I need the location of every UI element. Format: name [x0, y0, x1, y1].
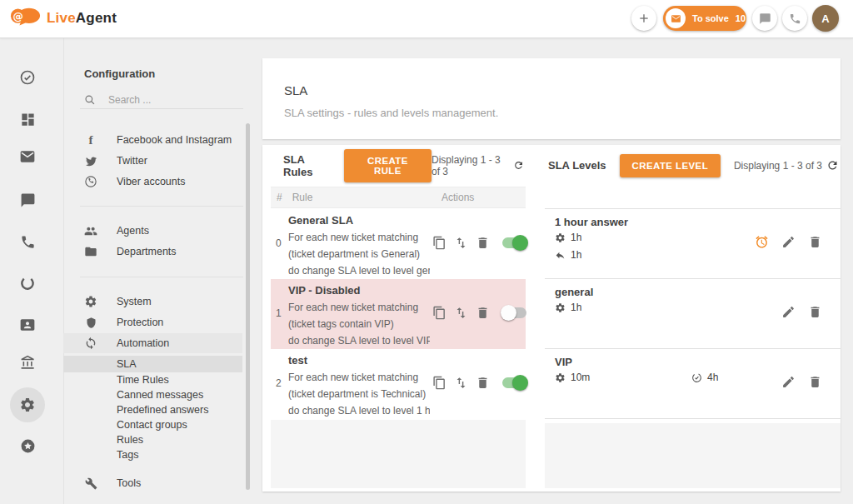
avatar[interactable]: A	[812, 5, 839, 32]
to-solve-button[interactable]: To solve 10	[663, 6, 746, 31]
rail-upgrade[interactable]	[19, 437, 36, 454]
rule-enabled-toggle[interactable]	[502, 377, 526, 388]
bank-icon	[20, 355, 36, 371]
pencil-icon[interactable]	[781, 375, 796, 389]
chat-bubble-icon	[759, 12, 771, 25]
sidebar-item-label: Departments	[117, 246, 177, 257]
rail-reports[interactable]	[19, 275, 36, 292]
viber-icon	[84, 175, 97, 188]
rail-chats[interactable]	[19, 192, 36, 208]
sidebar-subitem-predefined-answers[interactable]: Predefined answers	[63, 402, 242, 417]
sidebar-item-system[interactable]: System	[63, 292, 242, 312]
col-rule: Rule	[292, 192, 313, 203]
gear-icon	[555, 372, 566, 383]
levels-displaying: Displaying 1 - 3 of 3	[734, 159, 839, 172]
rules-table-footer	[271, 420, 526, 488]
copy-icon[interactable]	[432, 376, 446, 390]
sidebar-item-label: Protection	[117, 317, 163, 328]
rail-to-solve[interactable]	[19, 69, 36, 86]
to-solve-label: To solve	[692, 13, 729, 23]
copy-icon[interactable]	[432, 236, 446, 250]
rule-desc-line: For each new ticket matching	[288, 372, 418, 383]
refresh-icon[interactable]	[826, 159, 839, 172]
add-button[interactable]	[631, 6, 656, 31]
liveagent-logo[interactable]: @ LiveAgent	[10, 6, 117, 31]
sidebar-item-protection[interactable]: Protection	[63, 312, 242, 332]
rail-settings[interactable]	[19, 397, 36, 413]
sidebar-item-agents[interactable]: Agents	[63, 221, 242, 241]
divider	[80, 277, 243, 277]
clipped-list-item[interactable]: ..	[87, 112, 95, 121]
sidebar-item-facebook[interactable]: f Facebook and Instagram	[63, 130, 242, 150]
brand-agent: Agent	[76, 10, 117, 26]
rail-dashboard[interactable]	[19, 111, 36, 127]
create-rule-button[interactable]: CREATE RULE	[344, 149, 431, 182]
rail-billing[interactable]	[19, 354, 36, 371]
trash-icon[interactable]	[808, 305, 822, 319]
sidebar-subitem-label: SLA	[117, 358, 137, 370]
pencil-icon[interactable]	[781, 305, 796, 319]
rule-desc-line: For each new ticket matching	[288, 302, 418, 313]
rail-customers[interactable]	[19, 317, 36, 333]
phone-icon	[789, 12, 801, 25]
rule-row[interactable]: 1 VIP - Disabled For each new ticket mat…	[271, 279, 526, 349]
trash-icon[interactable]	[476, 376, 490, 390]
copy-icon[interactable]	[432, 306, 446, 320]
sla-content-card: SLA Rules CREATE RULE Displaying 1 - 3 o…	[262, 145, 841, 492]
refresh-icon[interactable]	[513, 159, 524, 172]
level-name: 1 hour answer	[555, 216, 628, 228]
trash-icon[interactable]	[476, 306, 490, 320]
trash-icon[interactable]	[808, 235, 822, 249]
facebook-icon: f	[84, 133, 97, 147]
rule-row[interactable]: 0 General SLA For each new ticket matchi…	[271, 209, 526, 279]
sidebar-item-departments[interactable]: Departments	[63, 242, 242, 262]
first-answer-time: 1h	[555, 232, 581, 243]
level-actions	[781, 305, 822, 319]
rule-row[interactable]: 2 test For each new ticket matching (tic…	[271, 349, 526, 419]
sidebar-search[interactable]	[84, 90, 242, 110]
calls-button[interactable]	[782, 6, 807, 31]
divider	[80, 206, 243, 207]
sidebar-subitem-sla[interactable]: SLA	[63, 356, 242, 372]
rule-desc-line: For each new ticket matching	[288, 232, 418, 243]
sidebar-subitem-tags[interactable]: Tags	[63, 447, 242, 462]
level-row[interactable]: 1 hour answer 1h 1h	[545, 209, 841, 279]
reorder-icon[interactable]	[454, 306, 468, 320]
sidebar-subitem-canned-messages[interactable]: Canned messages	[63, 387, 242, 402]
to-solve-count: 10	[736, 13, 746, 23]
rail-calls[interactable]	[19, 233, 36, 250]
sidebar-item-twitter[interactable]: Twitter	[63, 151, 242, 171]
trash-icon[interactable]	[808, 375, 822, 389]
pencil-icon[interactable]	[781, 235, 796, 249]
trash-icon[interactable]	[476, 236, 490, 250]
sidebar-subitem-contact-groups[interactable]: Contact groups	[63, 417, 242, 432]
time-value: 10m	[571, 372, 590, 383]
reorder-icon[interactable]	[454, 236, 468, 250]
star-circle-icon	[20, 438, 36, 454]
search-input[interactable]	[107, 93, 235, 107]
sidebar-item-viber[interactable]: Viber accounts	[63, 172, 242, 192]
sidebar-item-automation[interactable]: Automation	[63, 333, 242, 353]
sidebar-scrollbar[interactable]	[246, 123, 250, 490]
level-row[interactable]: general 1h	[545, 279, 841, 349]
svg-text:@: @	[13, 11, 23, 22]
rule-enabled-toggle[interactable]	[502, 237, 526, 248]
create-level-button[interactable]: CREATE LEVEL	[620, 154, 721, 177]
page-subtitle: SLA settings - rules and levels manageme…	[284, 107, 498, 119]
sla-levels-panel: SLA Levels CREATE LEVEL Displaying 1 - 3…	[545, 145, 841, 492]
rule-desc-line: (ticket department is General)	[288, 248, 420, 260]
reorder-icon[interactable]	[454, 376, 468, 390]
rule-enabled-toggle[interactable]	[502, 307, 526, 318]
sidebar-item-tools[interactable]: Tools	[63, 473, 242, 493]
sidebar-subitem-time-rules[interactable]: Time Rules	[63, 372, 242, 387]
rule-desc-line: (ticket tags contain VIP)	[288, 318, 394, 330]
chats-button[interactable]	[752, 6, 777, 31]
sidebar-subitem-rules[interactable]: Rules	[63, 432, 242, 447]
rail-tickets[interactable]	[19, 148, 36, 165]
alarm-icon[interactable]	[755, 235, 769, 249]
levels-displaying-text: Displaying 1 - 3 of 3	[734, 160, 822, 172]
resolve-time: 4h	[691, 372, 718, 383]
sidebar-item-label: Tools	[117, 477, 141, 489]
next-answer-time: 1h	[555, 249, 581, 261]
level-row[interactable]: VIP 10m 4h	[545, 349, 841, 419]
